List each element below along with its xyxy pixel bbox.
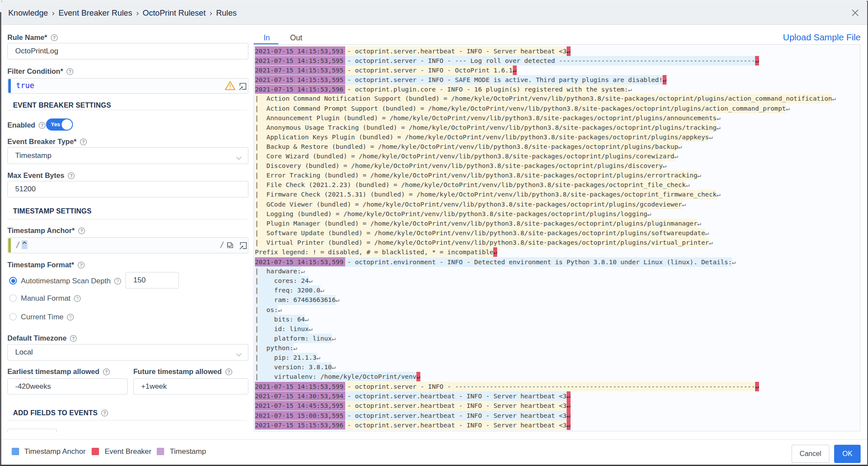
upload-sample-file-link[interactable]: Upload Sample File	[783, 32, 861, 43]
event-breaker-marker: ↵	[567, 411, 571, 420]
rule-form: Rule Name*? OctoPrintLog Filter Conditio…	[1, 1, 252, 432]
add-field-name-input[interactable]	[7, 429, 57, 432]
timestamp-highlight: 2021-07-15 14:15:53,599	[255, 381, 345, 391]
future-timestamp-input[interactable]: +1week	[133, 378, 248, 394]
newline-glyph: ↵	[716, 113, 720, 123]
event-breaker-type-select[interactable]: Timestamp	[7, 147, 248, 164]
help-icon[interactable]: ?	[51, 34, 58, 41]
svg-text:?: ?	[116, 279, 119, 284]
log-text: - octoprint.environment - INFO - Detecte…	[343, 257, 732, 267]
max-event-bytes-label: Max Event Bytes?	[7, 171, 75, 180]
timestamp-highlight: 2021-07-15 14:15:53,595	[255, 75, 345, 84]
help-icon[interactable]: ?	[67, 314, 74, 321]
expand-icon[interactable]	[239, 82, 247, 92]
log-line: | ram: 67463663616↵	[255, 295, 836, 305]
log-line: | virtualenv: /home/kyle/OctoPrint/venv↵	[255, 372, 836, 381]
log-text: - octoprint.server.heartbeat - INFO - Se…	[343, 401, 567, 410]
radio-manual-format[interactable]	[9, 294, 17, 302]
log-line: | Application Keys Plugin (bundled) = /h…	[255, 132, 836, 142]
radio-current-time[interactable]	[9, 313, 17, 321]
newline-glyph: ↵	[309, 276, 313, 286]
scan-depth-input[interactable]: 150	[125, 272, 179, 289]
event-breaker-marker: ↵	[567, 391, 571, 401]
log-line: | GCode Viewer (bundled) = /home/kyle/Oc…	[255, 200, 836, 209]
help-icon[interactable]: ?	[78, 227, 85, 234]
log-text: - octoprint.server.heartbeat - INFO - Se…	[343, 411, 567, 420]
close-icon[interactable]	[851, 9, 859, 16]
log-line: | bits: 64↵	[255, 315, 836, 324]
default-timezone-select[interactable]: Local	[7, 344, 248, 361]
svg-text:?: ?	[80, 263, 83, 268]
max-event-bytes-input[interactable]: 51200	[7, 181, 248, 197]
warning-icon[interactable]	[224, 80, 236, 93]
log-text: | Core Wizard (bundled) = /home/kyle/Oct…	[255, 151, 674, 161]
svg-text:?: ?	[53, 35, 55, 40]
newline-glyph: ↵	[697, 219, 701, 228]
radio-autotimestamp-label: Autotimestamp Scan Depth?	[21, 277, 121, 286]
earliest-timestamp-input[interactable]: -420weeks	[7, 378, 128, 394]
help-icon[interactable]: ?	[101, 410, 108, 417]
help-icon[interactable]: ?	[39, 122, 46, 129]
newline-glyph: ↵	[709, 132, 713, 142]
help-icon[interactable]: ?	[66, 68, 73, 75]
help-icon[interactable]: ?	[103, 368, 110, 375]
log-text: | bits: 64	[255, 315, 305, 324]
log-line: | version: 3.8.10↵	[255, 362, 836, 372]
timestamp-anchor-label: Timestamp Anchor*?	[7, 226, 85, 235]
svg-text:?: ?	[82, 139, 85, 144]
log-text: | File Check (2021.2.23) (bundled) = /ho…	[255, 180, 686, 190]
event-breaker-marker: ↵	[567, 46, 571, 56]
radio-manual-format-label: Manual Format?	[21, 294, 81, 303]
event-breaker-marker: ↵	[416, 372, 420, 381]
log-text: | Software Update (bundled) = /home/kyle…	[255, 228, 705, 238]
anchor-left-bar	[8, 238, 11, 253]
ok-button[interactable]: OK	[834, 445, 861, 463]
newline-glyph: ↵	[332, 362, 336, 372]
cancel-button[interactable]: Cancel	[792, 445, 829, 463]
radio-current-time-label: Current Time?	[21, 313, 74, 322]
log-line: 2021-07-15 14:15:53,593 - octoprint.serv…	[255, 46, 836, 56]
filter-condition-input[interactable]: true	[7, 78, 248, 94]
help-icon[interactable]: ?	[74, 295, 81, 302]
regex-open-slash: /	[16, 240, 20, 249]
chevron-down-icon	[236, 350, 242, 359]
timestamp-highlight: 2021-07-15 15:00:53,595	[255, 410, 345, 420]
legend-chip-timestamp-anchor	[12, 448, 19, 455]
help-icon[interactable]: ?	[225, 368, 232, 375]
enabled-toggle[interactable]: Yes	[46, 118, 73, 131]
log-line: 2021-07-15 14:15:53,595 - octoprint.serv…	[255, 75, 836, 84]
log-line: | platform: linux↵	[255, 334, 836, 343]
help-icon[interactable]: ?	[68, 172, 75, 179]
chevron-down-icon	[236, 154, 242, 162]
tab-out[interactable]: Out	[290, 33, 302, 43]
help-icon[interactable]: ?	[80, 138, 87, 145]
timestamp-highlight: 2021-07-15 14:15:53,596	[255, 84, 345, 94]
filter-condition-value: true	[16, 81, 34, 90]
expand-icon[interactable]	[239, 241, 248, 251]
log-line: | hardware:↵	[255, 266, 836, 276]
newline-glyph: ↵	[320, 286, 324, 295]
timestamp-highlight: 2021-07-15 14:15:53,595	[255, 65, 345, 75]
log-line: | Virtual Printer (bundled) = /home/kyle…	[255, 238, 836, 247]
legend-label-timestamp-anchor: Timestamp Anchor	[24, 447, 86, 456]
newline-glyph: ↵	[309, 324, 313, 334]
help-icon[interactable]: ?	[114, 278, 121, 285]
help-icon[interactable]: ?	[78, 262, 85, 269]
rule-name-input[interactable]: OctoPrintLog	[7, 43, 248, 59]
radio-autotimestamp[interactable]	[9, 277, 17, 285]
regex-flags-icon[interactable]	[227, 242, 234, 250]
timestamp-anchor-input[interactable]: / ^ /	[7, 237, 248, 253]
log-text: - octoprint.server - INFO - ------------…	[343, 382, 755, 391]
newline-glyph: ↵	[294, 343, 297, 353]
section-add-fields: ADD FIELDS TO EVENTS?	[13, 409, 108, 417]
newline-glyph: ↵	[317, 353, 320, 362]
tab-in[interactable]: In	[264, 33, 270, 43]
help-icon[interactable]: ?	[70, 335, 77, 342]
log-text: | Backup & Restore (bundled) = /home/kyl…	[255, 142, 678, 151]
future-timestamp-label: Future timestamp allowed?	[133, 367, 232, 376]
sample-preview-panel[interactable]: 2021-07-15 14:15:53,593 - octoprint.serv…	[254, 44, 860, 431]
log-line: 2021-07-15 14:15:53,595 - octoprint.serv…	[255, 56, 836, 65]
log-text: - octoprint.server.heartbeat - INFO - Se…	[343, 420, 567, 430]
anchor-pattern: ^	[22, 240, 27, 249]
legend-chip-timestamp	[157, 448, 164, 455]
